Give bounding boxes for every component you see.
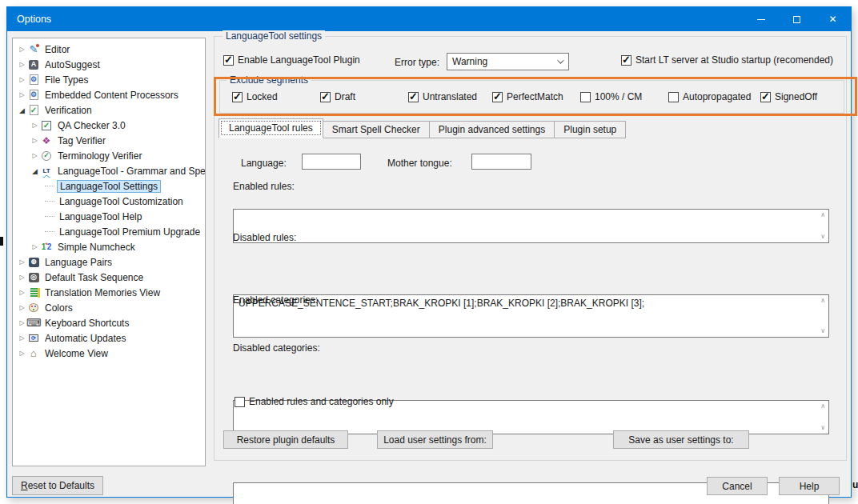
tree-item-label: Embedded Content Processors [42,89,181,102]
expand-icon[interactable]: ▷ [30,122,40,129]
checkbox-box[interactable] [760,92,771,102]
tab-smart-spell-checker[interactable]: Smart Spell Checker [323,121,430,138]
expand-icon[interactable]: ▷ [30,137,40,144]
expand-icon[interactable]: ▷ [30,152,40,159]
tree-item-language-pairs[interactable]: ▷⊕Language Pairs [13,254,205,270]
expand-icon[interactable]: ▷ [17,334,27,342]
scroll-down-icon[interactable]: ∨ [820,425,825,431]
tab-plugin-advanced-settings[interactable]: Plugin advanced settings [429,121,555,138]
tree-item-editor[interactable]: ▷✎Editor [13,42,205,57]
window-controls: ✕ [743,7,851,31]
language-input[interactable] [302,154,361,170]
checkbox-box[interactable] [320,92,331,102]
exclude-checkbox-autopropagated[interactable]: Autopropagated [668,91,751,102]
expand-icon[interactable]: ▷ [17,258,27,266]
tree-item-autosuggest[interactable]: ▷AAutoSuggest [13,57,205,72]
file-gear-icon: ⚙ [27,74,40,86]
scroll-down-icon[interactable]: ∨ [820,234,825,240]
restore-plugin-defaults-button[interactable]: Restore plugin defaults [223,430,348,449]
expand-icon[interactable]: ▷ [17,304,27,311]
tree-item-qa-checker-3-0[interactable]: ▷✓QA Checker 3.0 [13,118,205,133]
tree-item-automatic-updates[interactable]: ▷⟳Automatic Updates [13,330,205,346]
tree-item-languagetool-settings[interactable]: LanguageTool Settings [13,178,205,194]
exclude-checkbox-locked[interactable]: Locked [232,91,278,102]
collapse-icon[interactable]: ◢ [17,106,27,114]
checkbox-box[interactable] [668,92,679,102]
scroll-down-icon[interactable]: ∨ [820,328,825,334]
expand-icon[interactable]: ▷ [17,91,27,98]
exclude-checkbox-draft[interactable]: Draft [320,91,355,102]
exclude-checkbox-perfectmatch[interactable]: PerfectMatch [492,91,563,102]
tree-item-tag-verifier[interactable]: ▷❖Tag Verifier [13,133,205,148]
tree-item-keyboard-shortcuts[interactable]: ▷⌨Keyboard Shortcuts [13,315,205,330]
tree-item-translation-memories-view[interactable]: ▷Translation Memories View [13,285,205,300]
tree-item-embedded-content-processors[interactable]: ▷⚙Embedded Content Processors [13,87,205,102]
tab-languagetool-rules[interactable]: LanguageTool rules [219,118,323,138]
checkbox-label: Untranslated [423,91,477,102]
expand-icon[interactable]: ▷ [17,46,27,53]
tree-item-languagetool-help[interactable]: LanguageTool Help [13,209,205,224]
expand-icon[interactable]: ▷ [17,76,27,83]
expand-icon[interactable]: ▷ [17,289,27,296]
disabled-rules-textarea[interactable]: UPPERCASE_SENTENCE_START;BRAK_KROPKI [1]… [233,294,829,338]
help-button[interactable]: Help [779,477,840,495]
checkbox-box[interactable] [580,92,591,102]
settings-tabs: LanguageTool rulesSmart Spell CheckerPlu… [219,118,625,138]
cancel-button[interactable]: Cancel [707,477,768,495]
tree-item-welcome-view[interactable]: ▷⌂Welcome View [13,346,205,361]
reset-to-defaults-button[interactable]: Reset to Defaults [12,476,103,495]
tree-item-default-task-sequence[interactable]: ▷◎Default Task Sequence [13,270,205,285]
enabled-only-checkbox[interactable]: Enabled rules and categories only [235,396,394,407]
titlebar[interactable]: Options ✕ [7,7,851,31]
checkbox-box[interactable] [492,92,503,102]
options-dialog: Options ✕ ▷✎Editor▷AAutoSuggest▷⚙File Ty… [6,6,852,498]
scroll-up-icon[interactable]: ∧ [820,403,825,410]
exclude-checkbox-signedoff[interactable]: SignedOff [760,91,817,102]
enabled-rules-textarea[interactable]: ∧ ∨ [233,209,829,243]
tree-item-verification[interactable]: ◢✓Verification [13,102,205,118]
enable-plugin-checkbox[interactable]: Enable LanguageTool Plugin [223,54,360,66]
collapse-icon[interactable]: ◢ [30,167,40,175]
checkbox-box[interactable] [621,55,631,66]
checkbox-box[interactable] [223,55,234,66]
tree-connector [45,201,54,202]
exclude-segments-group: Exclude segments LockedDraftUntranslated… [219,80,844,114]
tree-item-colors[interactable]: ▷Colors [13,300,205,315]
autosuggest-icon: A [27,59,40,70]
tree-item-languagetool-grammar-and-spe[interactable]: ◢LTLanguageTool - Grammar and Spe [13,163,205,178]
expand-icon[interactable]: ▷ [17,61,27,68]
close-button[interactable]: ✕ [815,7,851,31]
start-lt-server-checkbox[interactable]: Start LT server at Studio startup (recom… [621,54,833,66]
tree-item-file-types[interactable]: ▷⚙File Types [13,72,205,87]
exclude-checkbox-untranslated[interactable]: Untranslated [408,91,477,102]
scroll-up-icon[interactable]: ∧ [820,212,825,218]
tm-icon [27,287,40,298]
checkbox-box[interactable] [232,92,243,102]
tree-connector [45,216,54,217]
checkbox-box[interactable] [235,397,245,407]
error-type-select[interactable]: Warning [447,53,569,70]
scroll-up-icon[interactable]: ∧ [820,298,825,304]
load-user-settings-button[interactable]: Load user settings from: [377,430,493,449]
tree-item-label: Terminology Verifier [55,150,144,162]
tree-item-label: Translation Memories View [42,286,162,299]
mother-tongue-input[interactable] [471,154,531,170]
minimize-button[interactable] [743,7,779,31]
expand-icon[interactable]: ▷ [17,350,27,357]
exclude-checkbox-100-cm[interactable]: 100% / CM [580,91,642,102]
exclude-segments-title: Exclude segments [227,74,311,86]
tag-icon: ❖ [40,135,53,146]
expand-icon[interactable]: ▷ [30,243,40,250]
tree-item-languagetool-customization[interactable]: LanguageTool Customization [13,194,205,209]
expand-icon[interactable]: ▷ [17,274,27,281]
doc-check-icon: ✓ [27,105,40,116]
mother-tongue-label: Mother tongue: [387,158,452,169]
tree-item-simple-numcheck[interactable]: ▷1*2Simple Numcheck [13,239,205,254]
tree-item-label: Automatic Updates [42,332,128,345]
checkbox-box[interactable] [408,92,419,102]
save-user-settings-button[interactable]: Save as user settings to: [613,430,749,449]
maximize-button[interactable] [779,7,815,31]
tree-item-languagetool-premium-upgrade[interactable]: LanguageTool Premium Upgrade [13,224,205,239]
tab-plugin-setup[interactable]: Plugin setup [554,121,626,138]
tree-item-terminology-verifier[interactable]: ▷✓Terminology Verifier [13,148,205,163]
